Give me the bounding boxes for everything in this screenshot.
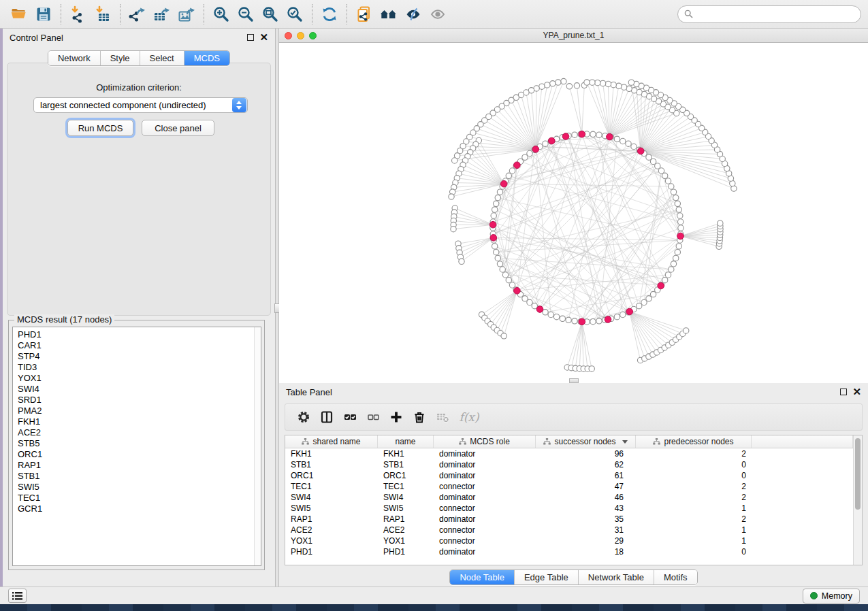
column-header-shared-name[interactable]: shared name xyxy=(285,435,378,448)
save-button[interactable] xyxy=(31,3,56,26)
mcds-hub-node[interactable] xyxy=(607,133,613,140)
mcds-node-item[interactable]: TID3 xyxy=(18,362,261,373)
homes-button[interactable] xyxy=(376,3,401,26)
mcds-hub-node[interactable] xyxy=(514,162,521,169)
column-header-successor-nodes[interactable]: successor nodes xyxy=(536,435,636,448)
table-row[interactable]: ACE2ACE2connector311 xyxy=(285,525,853,535)
table-row[interactable]: YOX1YOX1connector291 xyxy=(285,535,853,546)
doc-network-button[interactable] xyxy=(352,3,376,26)
float-table-panel-icon[interactable] xyxy=(840,389,847,395)
column-header-predecessor-nodes[interactable]: predecessor nodes xyxy=(636,435,752,448)
export-image-button[interactable] xyxy=(174,3,199,26)
table-row[interactable]: TEC1TEC1connector472 xyxy=(285,481,853,492)
run-mcds-button[interactable]: Run MCDS xyxy=(67,120,133,136)
float-panel-icon[interactable] xyxy=(247,34,254,41)
column-header-name[interactable]: name xyxy=(378,435,434,448)
tab-network-table[interactable]: Network Table xyxy=(578,570,654,584)
mcds-hub-node[interactable] xyxy=(500,180,507,187)
search-input[interactable] xyxy=(696,10,854,19)
show-eye-button[interactable] xyxy=(425,3,450,26)
mcds-node-item[interactable]: YOX1 xyxy=(18,373,261,384)
task-history-button[interactable] xyxy=(8,589,27,603)
mcds-hub-node[interactable] xyxy=(532,146,539,153)
scrollbar-thumb[interactable] xyxy=(855,438,861,510)
mcds-node-item[interactable]: STB5 xyxy=(18,438,261,449)
mcds-node-item[interactable]: PHD1 xyxy=(18,329,261,340)
mcds-hub-node[interactable] xyxy=(536,306,543,313)
table-row[interactable]: SWI4SWI4dominator462 xyxy=(285,492,853,503)
tab-edge-table[interactable]: Edge Table xyxy=(514,570,578,584)
zoom-out-button[interactable] xyxy=(234,3,258,26)
mcds-hub-node[interactable] xyxy=(605,316,611,323)
refresh-button[interactable] xyxy=(317,3,342,26)
table-row[interactable]: FKH1FKH1dominator962 xyxy=(285,448,853,459)
export-network-button[interactable] xyxy=(125,3,150,26)
show-eye-icon xyxy=(429,5,447,23)
zoom-fit-button[interactable] xyxy=(258,3,283,26)
tab-select[interactable]: Select xyxy=(140,51,184,65)
mcds-node-item[interactable]: GCR1 xyxy=(18,503,261,514)
import-network-button[interactable] xyxy=(66,3,91,26)
close-table-panel-icon[interactable]: ✕ xyxy=(852,389,861,395)
mcds-node-item[interactable]: SWI5 xyxy=(18,482,261,493)
import-table-button[interactable] xyxy=(91,3,115,26)
mcds-hub-node[interactable] xyxy=(562,133,569,140)
mcds-node-item[interactable]: SWI4 xyxy=(18,384,261,395)
close-panel-button[interactable]: Close panel xyxy=(142,120,214,136)
table-row[interactable]: PHD1PHD1dominator180 xyxy=(285,546,853,557)
select-all-button[interactable] xyxy=(338,406,361,428)
network-graph[interactable] xyxy=(279,43,868,382)
mcds-node-item[interactable]: TEC1 xyxy=(18,493,261,503)
mcds-node-item[interactable]: SRD1 xyxy=(18,395,261,406)
mcds-node-item[interactable]: RAP1 xyxy=(18,460,261,471)
delete-column-button[interactable] xyxy=(408,406,431,428)
mcds-node-item[interactable]: FKH1 xyxy=(18,416,261,427)
optimization-criterion-select[interactable]: largest connected component (undirected) xyxy=(33,97,248,113)
mcds-hub-node[interactable] xyxy=(626,308,633,315)
mcds-node-item[interactable]: STB1 xyxy=(18,471,261,482)
list-scrollbar[interactable] xyxy=(254,327,261,565)
mcds-hub-node[interactable] xyxy=(489,221,496,228)
tab-network[interactable]: Network xyxy=(48,51,100,65)
mcds-hub-node[interactable] xyxy=(658,282,664,289)
horizontal-splitter-handle[interactable] xyxy=(569,378,579,383)
mcds-node-item[interactable]: PMA2 xyxy=(18,406,261,416)
mcds-hub-node[interactable] xyxy=(579,318,585,325)
application-window: Control Panel ✕ NetworkStyleSelectMCDS O… xyxy=(0,0,868,604)
add-column-button[interactable] xyxy=(385,406,408,428)
mcds-node-item[interactable]: ORC1 xyxy=(18,449,261,460)
columns-button[interactable] xyxy=(315,406,338,428)
mcds-node-item[interactable]: ACE2 xyxy=(18,427,261,438)
search-icon xyxy=(684,10,693,18)
table-row[interactable]: ORC1ORC1dominator610 xyxy=(285,470,853,481)
hide-eye-button[interactable] xyxy=(401,3,425,26)
tab-mcds[interactable]: MCDS xyxy=(184,51,229,65)
mcds-hub-node[interactable] xyxy=(579,131,585,137)
table-row[interactable]: SWI5SWI5connector431 xyxy=(285,503,853,514)
export-table-button[interactable] xyxy=(150,3,174,26)
column-header-MCDS-role[interactable]: MCDS role xyxy=(434,435,536,448)
settings-button[interactable] xyxy=(292,406,315,428)
export-table-icon xyxy=(153,5,171,23)
mcds-node-item[interactable]: STP4 xyxy=(18,351,261,362)
zoom-in-button[interactable] xyxy=(209,3,234,26)
tab-style[interactable]: Style xyxy=(100,51,140,65)
table-row[interactable]: STB1STB1dominator620 xyxy=(285,459,853,470)
open-button[interactable] xyxy=(7,3,31,26)
mcds-node-item[interactable]: CAR1 xyxy=(18,340,261,351)
zoom-selected-button[interactable] xyxy=(283,3,307,26)
mcds-hub-node[interactable] xyxy=(490,235,497,242)
mcds-hub-node[interactable] xyxy=(637,148,644,154)
mcds-hub-node[interactable] xyxy=(514,288,521,295)
tab-node-table[interactable]: Node Table xyxy=(450,570,514,584)
memory-button[interactable]: Memory xyxy=(803,589,860,604)
table-scrollbar[interactable] xyxy=(853,435,862,565)
network-canvas[interactable] xyxy=(279,43,868,382)
tab-motifs[interactable]: Motifs xyxy=(654,570,697,584)
mcds-hub-node[interactable] xyxy=(549,137,556,144)
table-row[interactable]: RAP1RAP1dominator352 xyxy=(285,514,853,525)
deselect-all-button[interactable] xyxy=(361,406,385,428)
close-panel-icon[interactable]: ✕ xyxy=(259,34,268,41)
mcds-result-listbox[interactable]: PHD1CAR1STP4TID3YOX1SWI4SRD1PMA2FKH1ACE2… xyxy=(12,327,261,566)
mcds-hub-node[interactable] xyxy=(677,233,684,240)
